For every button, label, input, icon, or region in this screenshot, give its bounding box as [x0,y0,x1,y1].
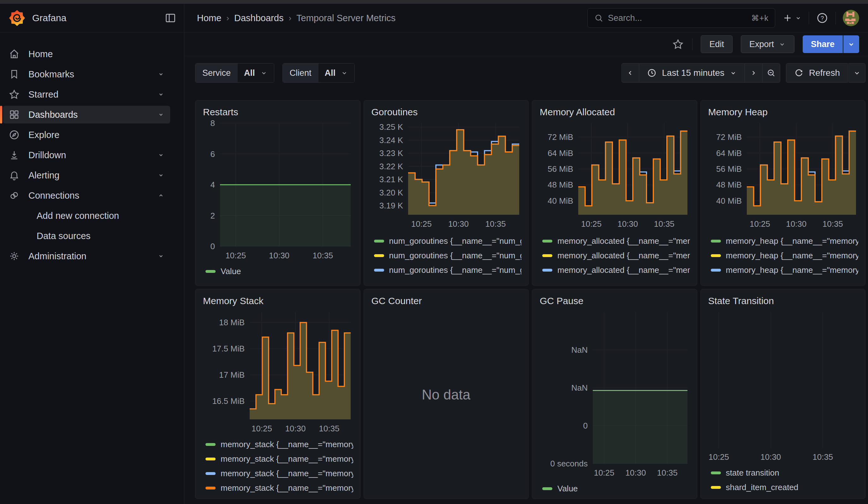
legend-item[interactable]: memory_stack {__name__="memory_s [206,437,353,452]
sidebar-item-administration[interactable]: Administration [0,246,184,266]
chevron-down-icon[interactable] [157,70,165,78]
legend: num_goroutines {__name__="num_gonum_goro… [371,234,522,281]
refresh-button[interactable]: Refresh [786,63,848,83]
search-input[interactable] [608,13,747,23]
panel-title[interactable]: Memory Heap [707,105,859,119]
time-shift-back-button[interactable] [621,63,639,83]
svg-text:10:30: 10:30 [269,251,289,260]
sidebar-item-label: Data sources [37,231,91,241]
legend-item[interactable]: memory_heap {__name__="memory_h [711,248,859,263]
legend-series-label: memory_stack {__name__="memory_s [221,454,353,464]
svg-text:8: 8 [210,120,215,128]
chevron-down-icon [853,69,861,77]
breadcrumb-dashboards[interactable]: Dashboards [234,13,283,23]
breadcrumb-home[interactable]: Home [197,13,221,23]
search-box[interactable]: ⌘+k [587,8,775,28]
sidebar-item-drilldown[interactable]: Drilldown [0,145,184,165]
svg-text:10:25: 10:25 [594,468,614,477]
legend-item[interactable]: num_goroutines {__name__="num_go [374,277,522,281]
chevron-down-icon[interactable] [157,151,165,159]
panel-memory-stack: Memory Stack 18 MiB17.5 MiB17 MiB16.5 Mi… [195,289,360,499]
refresh-interval-button[interactable] [848,63,866,83]
svg-text:48 MiB: 48 MiB [548,180,573,189]
legend-item[interactable]: state transition [711,465,859,480]
service-filter-label: Service [195,63,238,82]
svg-text:NaN: NaN [571,383,588,392]
top-nav-bar: Grafana Home › Dashboards › Temporal Ser… [0,4,868,32]
panel-title[interactable]: Goroutines [371,105,522,119]
export-button-label: Export [749,40,774,49]
sidebar-toggle-button[interactable] [164,12,176,24]
legend-item[interactable]: num_goroutines {__name__="num_go [374,248,522,263]
panel-title[interactable]: GC Counter [371,294,522,308]
sidebar-item-bookmarks[interactable]: Bookmarks [0,64,184,84]
time-range-picker[interactable]: Last 15 minutes [639,63,745,83]
legend-item[interactable]: memory_heap {__name__="memory_h [711,263,859,277]
legend-item[interactable]: shard_item_created [711,480,859,495]
svg-text:10:35: 10:35 [657,468,678,477]
legend-item[interactable]: memory_stack {__name__="memory_s [206,466,353,481]
legend-item[interactable]: num_goroutines {__name__="num_go [374,263,522,277]
panel-title[interactable]: Memory Allocated [539,105,690,119]
sidebar-item-connections[interactable]: Connections [0,185,184,206]
legend-item[interactable]: Value [542,481,690,496]
avatar[interactable] [843,10,859,26]
service-filter-value[interactable]: All [238,63,274,82]
legend-item[interactable]: memory_allocated {__name__="memo [542,277,690,281]
chevron-down-icon[interactable] [157,252,165,260]
sidebar-item-data-sources[interactable]: Data sources [0,226,184,246]
panel-title[interactable]: Memory Stack [202,294,353,308]
legend-item[interactable]: memory_allocated {__name__="memo [542,234,690,248]
legend-series-dash [542,269,552,271]
svg-text:56 MiB: 56 MiB [716,164,742,174]
legend-item[interactable]: memory_allocated {__name__="memo [542,263,690,277]
legend-series-dash [711,269,721,271]
legend-series-label: memory_stack {__name__="memory_s [221,440,353,449]
svg-text:56 MiB: 56 MiB [548,164,573,174]
no-data-message: No data [371,308,522,494]
chevron-down-icon[interactable] [157,111,165,119]
legend-item[interactable]: memory_stack {__name__="memory_s [206,481,353,495]
chevron-down-icon[interactable] [157,90,165,99]
edit-button[interactable]: Edit [701,35,733,53]
legend-series-label: shard_item_created [726,483,798,492]
panel-title[interactable]: State Transition [707,294,859,308]
legend-item[interactable]: Value [206,264,353,278]
share-button[interactable]: Share [803,35,843,53]
header-left: Grafana [0,4,184,32]
refresh-split-button: Refresh [786,63,866,83]
share-menu-button[interactable] [843,35,859,53]
time-shift-forward-button[interactable] [745,63,763,83]
svg-text:10:35: 10:35 [822,219,843,229]
header-divider [836,12,836,24]
grafana-logo-icon [8,9,26,27]
legend-item[interactable]: memory_heap {__name__="memory_h [711,277,859,281]
zoom-out-button[interactable] [763,63,780,83]
legend-item[interactable]: memory_allocated {__name__="memo [542,248,690,263]
client-filter-value[interactable]: All [319,63,355,82]
legend-item[interactable]: memory_heap {__name__="memory_h [711,234,859,248]
sidebar-item-dashboards[interactable]: Dashboards [0,104,184,125]
svg-text:10:35: 10:35 [312,251,333,260]
help-button[interactable]: ? [816,12,828,24]
drilldown-icon [8,150,20,161]
svg-text:17.5 MiB: 17.5 MiB [212,344,245,353]
sidebar-item-alerting[interactable]: Alerting [0,165,184,185]
svg-text:3.24 K: 3.24 K [379,135,403,145]
sidebar-item-add-new-connection[interactable]: Add new connection [0,206,184,226]
svg-text:10:25: 10:25 [225,251,246,260]
favorite-star-button[interactable] [672,38,684,50]
export-button[interactable]: Export [741,35,794,53]
compass-icon [8,129,20,141]
sidebar-item-explore[interactable]: Explore [0,125,184,145]
chevron-down-icon[interactable] [157,171,165,179]
new-button[interactable] [782,13,802,23]
sidebar-item-starred[interactable]: Starred [0,84,184,104]
state-transition-chart: 10:2510:3010:35 [700,309,859,464]
panel-title[interactable]: GC Pause [539,294,690,308]
legend-item[interactable]: num_goroutines {__name__="num_go [374,234,522,248]
legend-item[interactable]: memory_stack {__name__="memory_s [206,452,353,466]
chevron-up-icon[interactable] [157,192,165,199]
panel-title[interactable]: Restarts [202,105,353,119]
sidebar-item-home[interactable]: Home [0,44,184,64]
